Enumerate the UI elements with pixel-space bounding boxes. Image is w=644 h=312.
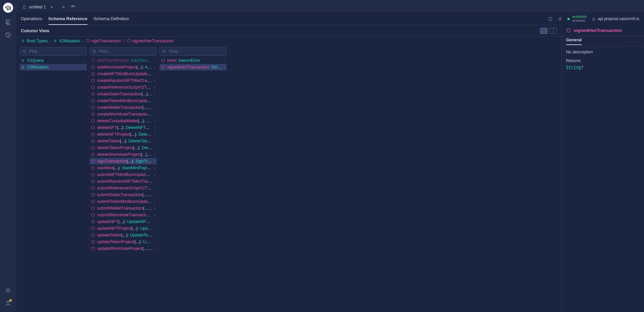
close-icon[interactable]: × xyxy=(50,4,53,10)
detail-forward-icon[interactable]: → xyxy=(635,39,640,44)
svg-point-9 xyxy=(163,50,165,52)
detail-description: No description xyxy=(566,50,640,54)
crumb-v2mutation[interactable]: V2Mutation xyxy=(53,39,80,43)
lock-icon xyxy=(592,17,596,21)
settings-icon[interactable] xyxy=(5,287,11,294)
column-root-types: V2Query›V2Mutation› xyxy=(20,47,87,310)
detail-back-icon[interactable]: ← xyxy=(628,39,633,44)
status-line2: schema xyxy=(572,19,586,23)
notification-dot xyxy=(9,299,12,302)
list-item[interactable]: startMint(...): StartMintPayload!› xyxy=(89,165,157,171)
search-icon xyxy=(92,49,97,53)
file-icon xyxy=(22,5,27,9)
type-icon xyxy=(53,39,58,43)
refresh-icon[interactable] xyxy=(548,16,553,21)
list-item[interactable]: submitNFTMintBurnUpdateTran...› xyxy=(89,171,157,178)
field-icon xyxy=(126,39,131,43)
list-item[interactable]: createTokenMintBurnUpdateTra...› xyxy=(89,97,157,104)
activity-bar xyxy=(0,0,16,312)
return-type[interactable]: String xyxy=(566,64,581,70)
list-item[interactable]: createReferenceScriptV2Transact...› xyxy=(89,84,157,91)
svg-point-1 xyxy=(7,289,9,291)
collections-icon[interactable] xyxy=(71,5,75,9)
list-item[interactable]: createWalletTransaction(...): Crea...› xyxy=(89,104,157,111)
list-item[interactable]: signTransaction(...): SignTransacti...› xyxy=(89,158,157,165)
list-item[interactable]: signedHexTransaction: String!› xyxy=(159,64,227,71)
list-item[interactable]: deleteNFT(...): DeleteNFTPayload!› xyxy=(89,124,157,131)
list-item[interactable]: submitRandomNFTMintTransact...› xyxy=(89,178,157,185)
svg-rect-0 xyxy=(6,20,9,24)
list-item[interactable]: submitWalletTransaction(...): Sub...› xyxy=(89,205,157,212)
account-avatar[interactable] xyxy=(5,300,11,307)
search-input[interactable] xyxy=(89,47,157,56)
detail-tab-general[interactable]: General xyxy=(566,38,582,45)
history-icon[interactable] xyxy=(5,32,11,38)
list-item[interactable]: updateWormholeProject(...): U...› xyxy=(89,245,157,252)
status-dot xyxy=(567,18,570,20)
endpoint-host: api.preprod.saturnnft.io xyxy=(598,16,639,21)
list-item[interactable]: createNFTMintBurnUpdateTrans...› xyxy=(89,71,157,77)
list-item[interactable]: updateNFT(...): UpdateNFTPaylo...› xyxy=(89,218,157,225)
search-icon xyxy=(162,49,166,53)
list-item[interactable]: updateTokenProject(...): UpdateT...› xyxy=(89,238,157,245)
column-field-children: error: SaturnError›signedHexTransaction:… xyxy=(159,47,227,310)
crumb-signtransaction[interactable]: signTransaction xyxy=(86,39,121,43)
layout-split-icon[interactable] xyxy=(550,28,557,34)
list-item[interactable]: V2Mutation› xyxy=(20,64,87,71)
list-item[interactable]: error: SaturnError› xyxy=(159,57,227,64)
list-item[interactable]: addWormholeProject(...): AddW...› xyxy=(89,64,157,71)
schema-status[interactable]: available schema xyxy=(567,15,586,23)
tab-schema-definition[interactable]: Schema Definition xyxy=(93,13,129,25)
gear-icon[interactable] xyxy=(558,16,563,21)
tab-strip: untitled 1 × xyxy=(16,0,644,13)
list-item[interactable]: deleteWormholeProject(...): Dele...› xyxy=(89,151,157,158)
list-item[interactable]: submitTokenMintBurnUpdateTra...› xyxy=(89,198,157,205)
columns-container: V2Query›V2Mutation› addTokenProject: Add… xyxy=(16,45,562,312)
toolbar-tabs: Operations Schema Reference Schema Defin… xyxy=(21,13,129,25)
list-item[interactable]: createStakeTransaction(...): Creat...› xyxy=(89,91,157,97)
detail-panel: signedHexTransaction General ← → No desc… xyxy=(562,25,644,312)
list-item[interactable]: createRandomNFTMintTransacti...› xyxy=(89,77,157,84)
list-item[interactable]: updateToken(...): UpdateTokenPa...› xyxy=(89,232,157,238)
chevron-right-icon: › xyxy=(123,39,124,43)
tab-title: untitled 1 xyxy=(29,5,46,9)
list-item[interactable]: submitStakeTransaction(...): Sub...› xyxy=(89,191,157,198)
list-item[interactable]: addTokenProject: AddTokenProj...› xyxy=(89,57,157,64)
crumb-signedhex[interactable]: signedHexTransaction xyxy=(126,39,174,43)
chevron-right-icon: › xyxy=(50,39,51,43)
field-icon xyxy=(86,39,90,43)
view-header: Column View xyxy=(16,25,562,36)
list-item[interactable]: createWormholeTransaction(...): ...› xyxy=(89,111,157,118)
breadcrumb: Root Types › V2Mutation › signTransactio… xyxy=(16,36,562,45)
search-input[interactable] xyxy=(20,47,87,56)
tab-schema-reference[interactable]: Schema Reference xyxy=(48,13,87,25)
list-item[interactable]: deleteNFTProject(...): DeleteNFT...› xyxy=(89,131,157,138)
svg-point-7 xyxy=(23,50,26,52)
new-tab-icon[interactable] xyxy=(61,5,66,9)
svg-point-2 xyxy=(7,301,9,303)
list-item[interactable]: submitWormholeTransaction(...)› xyxy=(89,212,157,218)
chevron-right-icon: › xyxy=(82,39,83,43)
detail-title: signedHexTransaction xyxy=(574,28,622,33)
svg-rect-6 xyxy=(593,18,595,20)
app-avatar[interactable] xyxy=(3,3,13,13)
list-item[interactable]: submitReferenceScriptV2Transac...› xyxy=(89,185,157,191)
endpoint[interactable]: api.preprod.saturnnft.io xyxy=(592,16,639,21)
layout-columns-icon[interactable] xyxy=(540,28,547,34)
tab-operations[interactable]: Operations xyxy=(21,13,42,25)
list-item[interactable]: deleteTokenProject(...): DeleteTo...› xyxy=(89,144,157,151)
editor-tab[interactable]: untitled 1 × xyxy=(18,2,57,12)
crumb-root[interactable]: Root Types xyxy=(21,39,48,43)
svg-rect-3 xyxy=(71,5,73,7)
root-type-icon xyxy=(21,39,25,43)
search-input[interactable] xyxy=(159,47,227,56)
returns-label: Returns xyxy=(566,58,640,63)
list-item[interactable]: deleteToken(...): DeleteTokenPayl...› xyxy=(89,138,157,144)
list-item[interactable]: deleteCustodialWallet(...): Delet...› xyxy=(89,118,157,124)
list-item[interactable]: V2Query› xyxy=(20,57,87,64)
list-item[interactable]: updateNFTProject(...): UpdateNF...› xyxy=(89,225,157,232)
view-title: Column View xyxy=(21,28,49,33)
spy-icon xyxy=(4,4,12,11)
toolbar: Operations Schema Reference Schema Defin… xyxy=(16,13,644,25)
files-icon[interactable] xyxy=(5,19,11,26)
